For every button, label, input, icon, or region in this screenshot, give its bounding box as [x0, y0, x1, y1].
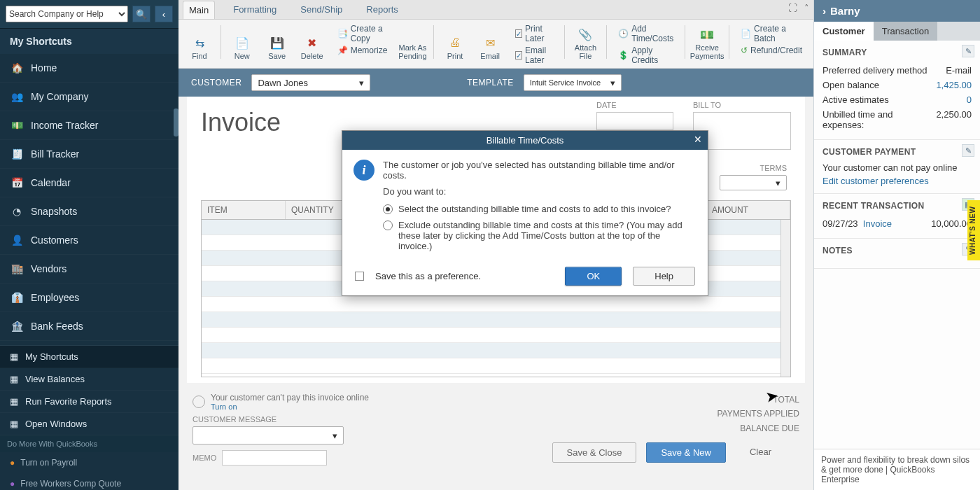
create-copy-button[interactable]: 📑Create a Copy — [337, 24, 388, 43]
table-row — [202, 297, 790, 312]
create-batch-button[interactable]: 📄Create a Batch — [741, 24, 802, 43]
customer-message-dropdown[interactable]: ▾ — [192, 426, 344, 444]
payroll-icon: ● — [10, 458, 15, 468]
payments-applied-label: PAYMENTS APPLIED — [552, 407, 799, 421]
sidebar-item-my-company[interactable]: 👥My Company — [0, 83, 178, 111]
payment-title: CUSTOMER PAYMENT — [822, 147, 972, 157]
right-panel-customer-name[interactable]: ›Barny — [814, 0, 980, 22]
balance-due-label: BALANCE DUE — [552, 421, 799, 435]
recent-title: RECENT TRANSACTION — [822, 201, 972, 211]
attach-file-button[interactable]: 📎Attach File — [570, 22, 601, 62]
date-field[interactable] — [596, 112, 673, 130]
customers-icon: 👤 — [10, 233, 24, 247]
new-button[interactable]: 📄New — [227, 22, 258, 62]
tab-main[interactable]: Main — [183, 1, 215, 19]
dialog-help-button[interactable]: Help — [633, 267, 695, 286]
total-label: TOTAL — [552, 393, 799, 407]
sidebar-item-income-tracker[interactable]: 💵Income Tracker — [0, 111, 178, 140]
sidebar-bottom-run-reports[interactable]: ▦Run Favorite Reports — [0, 391, 178, 413]
collapse-sidebar-button[interactable]: ‹ — [155, 6, 173, 22]
money-icon: 💵 — [700, 28, 714, 41]
bill-icon: 🧾 — [10, 147, 24, 161]
memorize-button[interactable]: 📌Memorize — [337, 46, 388, 55]
save-new-button[interactable]: Save & New — [646, 442, 726, 463]
info-icon: i — [354, 160, 374, 181]
sidebar-bottom-my-shortcuts[interactable]: ▦My Shortcuts — [0, 346, 178, 368]
promo-turn-on-payroll[interactable]: ●Turn on Payroll — [0, 452, 178, 473]
clear-button[interactable]: Clear — [736, 442, 785, 463]
col-item[interactable]: ITEM — [202, 201, 286, 219]
sidebar-item-vendors[interactable]: 🏬Vendors — [0, 255, 178, 284]
print-button[interactable]: 🖨Print — [440, 22, 470, 62]
chevron-up-icon[interactable]: ˄ — [804, 3, 809, 13]
batch-icon: 📄 — [741, 29, 751, 38]
tab-send-ship[interactable]: Send/Ship — [295, 1, 348, 18]
home-icon: 🏠 — [10, 61, 24, 75]
active-estimates-link[interactable]: 0 — [967, 94, 972, 105]
delete-button[interactable]: ✖Delete — [297, 22, 328, 62]
template-dropdown[interactable]: Intuit Service Invoice▾ — [524, 74, 622, 91]
save-preference-checkbox[interactable] — [355, 272, 364, 281]
sidebar-scrollbar[interactable] — [174, 108, 178, 136]
sidebar-item-employees[interactable]: 👔Employees — [0, 284, 178, 312]
recent-invoice-link[interactable]: Invoice — [863, 218, 892, 229]
chevron-down-icon: ▾ — [332, 430, 337, 441]
rp-payment-section: ✎ CUSTOMER PAYMENT Your customer can not… — [814, 140, 980, 194]
customer-dropdown[interactable]: Dawn Jones▾ — [251, 74, 370, 91]
print-later-toggle[interactable]: ✓Print Later — [515, 24, 553, 43]
table-row — [202, 358, 790, 374]
sidebar-item-calendar[interactable]: 📅Calendar — [0, 169, 178, 197]
sidebar-item-bill-tracker[interactable]: 🧾Bill Tracker — [0, 140, 178, 169]
grid-scrollbar[interactable] — [780, 220, 790, 377]
search-input[interactable]: Search Company or Help — [6, 6, 128, 22]
chevron-down-icon: ▾ — [610, 78, 615, 88]
sidebar-item-snapshots[interactable]: ◔Snapshots — [0, 197, 178, 226]
dialog-prompt: Do you want to: — [383, 186, 695, 197]
tab-reports[interactable]: Reports — [360, 1, 404, 18]
dialog-ok-button[interactable]: OK — [565, 267, 622, 286]
mark-pending-button[interactable]: Mark As Pending — [397, 22, 428, 62]
sidebar-do-more-header: Do More With QuickBooks — [0, 435, 178, 452]
sidebar-item-home[interactable]: 🏠Home — [0, 54, 178, 83]
sidebar-my-shortcuts-header: My Shortcuts — [0, 29, 178, 54]
refund-credit-button[interactable]: ↺Refund/Credit — [741, 46, 802, 55]
col-quantity[interactable]: QUANTITY — [286, 201, 349, 219]
add-time-costs-button[interactable]: 🕒Add Time/Costs — [618, 24, 673, 43]
edit-payment-button[interactable]: ✎ — [962, 144, 974, 157]
rp-notes-section: ✎ NOTES — [814, 239, 980, 269]
open-balance-link[interactable]: 1,425.00 — [936, 80, 972, 90]
dialog-titlebar[interactable]: Billable Time/Costs ✕ — [342, 131, 708, 150]
save-close-button[interactable]: Save & Close — [552, 442, 637, 463]
option-exclude-billable[interactable]: Exclude outstanding billable time and co… — [383, 220, 695, 251]
apply-credits-button[interactable]: 💲Apply Credits — [618, 46, 673, 65]
search-button[interactable]: 🔍 — [132, 6, 150, 22]
edit-summary-button[interactable]: ✎ — [962, 45, 974, 57]
memo-field[interactable] — [222, 450, 327, 465]
save-button[interactable]: 💾Save — [262, 22, 293, 62]
sidebar-item-bank-feeds[interactable]: 🏦Bank Feeds — [0, 312, 178, 341]
dialog-close-button[interactable]: ✕ — [694, 134, 702, 145]
tab-formatting[interactable]: Formatting — [227, 1, 282, 18]
whats-new-tab[interactable]: WHAT'S NEW — [967, 200, 980, 260]
left-sidebar: Search Company or Help 🔍 ‹ My Shortcuts … — [0, 0, 178, 490]
turn-on-link[interactable]: Turn on — [211, 402, 369, 411]
sidebar-bottom-open-windows[interactable]: ▦Open Windows — [0, 413, 178, 435]
email-button[interactable]: ✉Email — [475, 22, 505, 62]
email-later-toggle[interactable]: ✓Email Later — [515, 46, 553, 65]
option-select-billable[interactable]: Select the outstanding billable time and… — [383, 204, 695, 214]
printer-icon: 🖨 — [449, 36, 461, 49]
rp-tab-customer[interactable]: Customer — [814, 22, 874, 41]
bank-icon: 🏦 — [10, 319, 24, 333]
edit-preferences-link[interactable]: Edit customer preferences — [822, 176, 972, 186]
receive-payments-button[interactable]: 💵Rceive Payments — [691, 22, 723, 62]
terms-dropdown[interactable]: ▾ — [720, 175, 787, 190]
sidebar-bottom-view-balances[interactable]: ▦View Balances — [0, 368, 178, 391]
arrows-icon: ⇆ — [195, 36, 204, 50]
sidebar-item-customers[interactable]: 👤Customers — [0, 226, 178, 255]
promo-workers-comp[interactable]: ●Free Workers Comp Quote — [0, 473, 178, 490]
fullscreen-icon[interactable]: ⛶ — [788, 3, 797, 13]
balances-icon: ▦ — [10, 374, 18, 384]
rp-tab-transaction[interactable]: Transaction — [874, 22, 937, 41]
col-amount[interactable]: AMOUNT — [706, 201, 790, 219]
find-button[interactable]: ⇆Find — [184, 22, 215, 62]
